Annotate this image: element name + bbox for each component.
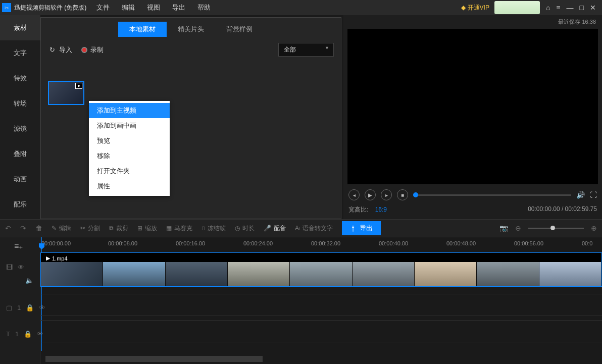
ctx-open-folder[interactable]: 打开文件夹 [89, 164, 170, 179]
ruler-mark: 00:00:00.00 [41, 240, 71, 246]
play-button[interactable]: ▶ [365, 189, 376, 200]
text-icon: T [6, 330, 10, 338]
frame-thumb [166, 262, 228, 286]
zoom-button[interactable]: ⊞缩放 [137, 224, 157, 233]
zoom-icon: ⊞ [137, 225, 142, 232]
text-track[interactable] [40, 320, 602, 342]
seek-bar[interactable] [413, 194, 571, 196]
time-total: 00:02:59.75 [565, 205, 597, 213]
menu-file[interactable]: 文件 [96, 3, 110, 12]
stop-button[interactable]: ■ [397, 189, 408, 200]
duration-button[interactable]: ◷时长 [235, 224, 255, 233]
frame-thumb [103, 262, 165, 286]
add-track-icon[interactable]: ≡₊ [14, 241, 23, 251]
tab-local[interactable]: 本地素材 [118, 22, 167, 37]
nav-filter[interactable]: 滤镜 [0, 116, 40, 141]
ctx-add-main[interactable]: 添加到主视频 [89, 103, 170, 118]
ctx-add-pip[interactable]: 添加到画中画 [89, 118, 170, 133]
import-button[interactable]: ↻ 导入 [48, 45, 72, 55]
pip-track-header[interactable]: ▢1🔒👁 [6, 304, 45, 311]
close-icon[interactable]: ✕ [590, 4, 596, 12]
text-track-header[interactable]: T1🔒👁 [6, 330, 43, 338]
home-icon[interactable]: ⌂ [546, 4, 550, 12]
pencil-icon: ✎ [52, 225, 57, 232]
menu-edit[interactable]: 编辑 [122, 3, 135, 12]
nav-animation[interactable]: 动画 [0, 167, 40, 192]
ctx-properties[interactable]: 属性 [89, 179, 170, 194]
freeze-button[interactable]: ⎍冻结帧 [202, 224, 226, 233]
timeline-toolbar: ↶ ↷ 🗑 ✎编辑 ✂分割 ⧉裁剪 ⊞缩放 ▦马赛克 ⎍冻结帧 ◷时长 🎤配音 … [0, 219, 602, 237]
audio-toggle[interactable]: 🔈 [25, 277, 33, 284]
zoom-in-button[interactable]: ⊕ [591, 224, 597, 232]
delete-button[interactable]: 🗑 [35, 224, 42, 232]
vip-link[interactable]: ◆ 开通VIP [461, 4, 489, 12]
ctx-preview[interactable]: 预览 [89, 133, 170, 148]
clip-thumbnails [41, 262, 601, 286]
volume-icon[interactable]: 🔊 [576, 191, 585, 199]
seek-handle[interactable] [413, 192, 418, 197]
freeze-icon: ⎍ [202, 225, 205, 232]
video-badge-icon: ▶ [75, 83, 82, 89]
crop-button[interactable]: ⧉裁剪 [109, 224, 128, 233]
video-track-header[interactable]: 🎞👁 [6, 264, 24, 271]
timeline: ≡₊ 🎞👁 🔈 ▢1🔒👁 T1🔒👁 00:00:00.00 00:00:08.0… [0, 237, 602, 364]
crop-icon: ⧉ [109, 225, 114, 232]
zoom-handle[interactable] [550, 226, 555, 230]
filter-select[interactable]: 全部 [278, 43, 334, 57]
undo-button[interactable]: ↶ [5, 224, 11, 232]
snapshot-button[interactable]: 📷 [499, 224, 508, 232]
ruler-mark: 00:00:56.00 [514, 240, 543, 246]
menu-export[interactable]: 导出 [172, 3, 185, 12]
video-clip[interactable]: ▶1.mp4 [40, 252, 602, 287]
nav-text[interactable]: 文字 [0, 40, 40, 66]
time-ruler[interactable]: 00:00:00.00 00:00:08.00 00:00:16.00 00:0… [40, 237, 602, 250]
asset-thumbnail[interactable]: ▶ [48, 81, 84, 105]
menu-help[interactable]: 帮助 [197, 3, 211, 12]
nav-effects[interactable]: 特效 [0, 66, 40, 91]
context-menu: 添加到主视频 添加到画中画 预览 移除 打开文件夹 属性 [89, 101, 170, 196]
pip-track[interactable] [40, 294, 602, 316]
play-icon: ▶ [46, 255, 50, 262]
zoom-out-button[interactable]: ⊖ [515, 224, 521, 232]
menu-icon[interactable]: ≡ [556, 4, 560, 12]
ctx-remove[interactable]: 移除 [89, 148, 170, 164]
track-header-column: ≡₊ 🎞👁 🔈 ▢1🔒👁 T1🔒👁 [0, 237, 40, 364]
fullscreen-icon[interactable]: ⛶ [590, 191, 597, 199]
user-avatar[interactable] [494, 1, 540, 14]
eye-icon[interactable]: 👁 [18, 264, 24, 271]
nav-overlay[interactable]: 叠附 [0, 141, 40, 167]
menu-view[interactable]: 视图 [147, 3, 160, 12]
next-frame-button[interactable]: ▸ [381, 189, 392, 200]
edit-button[interactable]: ✎编辑 [52, 224, 71, 233]
split-button[interactable]: ✂分割 [80, 224, 100, 233]
app-icon: ✂ [2, 3, 11, 12]
mosaic-button[interactable]: ▦马赛克 [166, 224, 192, 233]
ruler-mark: 00:0 [582, 240, 592, 246]
aspect-label: 宽高比: [348, 206, 368, 213]
record-button[interactable]: 录制 [81, 45, 104, 55]
dub-button[interactable]: 🎤配音 [264, 224, 286, 233]
minimize-icon[interactable]: — [567, 4, 574, 12]
maximize-icon[interactable]: □ [580, 4, 584, 12]
time-current: 00:00:00.00 [528, 205, 560, 213]
save-label: 最近保存 [558, 19, 580, 25]
stt-button[interactable]: Aᵢ语音转文字 [295, 224, 333, 233]
prev-frame-button[interactable]: ◂ [348, 189, 360, 200]
mosaic-icon: ▦ [166, 225, 172, 232]
mic-icon: 🎤 [264, 225, 271, 232]
nav-music[interactable]: 配乐 [0, 192, 40, 217]
nav-material[interactable]: 素材 [0, 15, 40, 40]
export-button[interactable]: ⭱导出 [342, 221, 381, 235]
preview-screen[interactable] [347, 29, 598, 184]
main-row: 素材 文字 特效 转场 滤镜 叠附 动画 配乐 本地素材 精美片头 背景样例 ↻… [0, 15, 602, 219]
horizontal-scrollbar[interactable] [45, 356, 263, 362]
ruler-mark: 00:00:16.00 [176, 240, 205, 246]
nav-transition[interactable]: 转场 [0, 91, 40, 116]
lock-icon[interactable]: 🔒 [26, 304, 34, 311]
ruler-mark: 00:00:48.00 [446, 240, 476, 246]
tab-intros[interactable]: 精美片头 [167, 22, 215, 37]
zoom-slider[interactable] [528, 228, 584, 229]
lock-icon[interactable]: 🔒 [24, 330, 32, 338]
tab-backgrounds[interactable]: 背景样例 [215, 22, 264, 37]
redo-button[interactable]: ↷ [20, 224, 26, 232]
